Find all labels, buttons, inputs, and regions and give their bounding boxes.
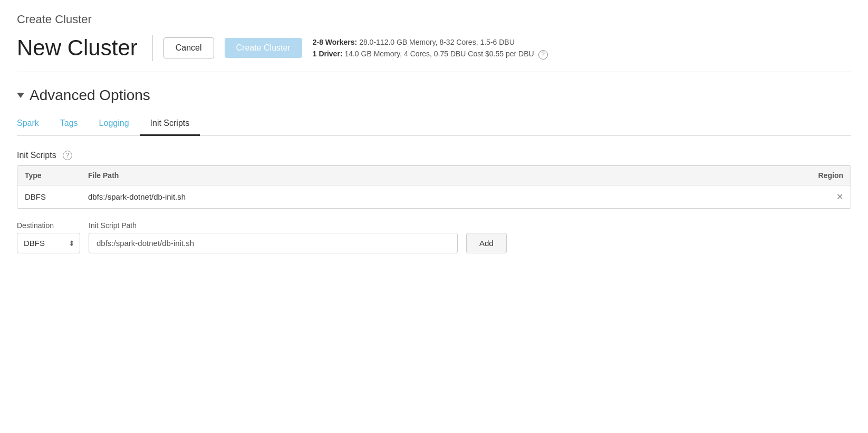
col-type: Type	[17, 166, 81, 185]
init-scripts-help-icon[interactable]: ?	[63, 151, 72, 160]
header-divider	[152, 35, 153, 61]
col-region: Region	[811, 166, 851, 185]
init-scripts-label: Init Scripts ?	[17, 151, 851, 160]
destination-group: Destination DBFS ⬍	[17, 221, 80, 253]
cluster-info: 2-8 Workers: 28.0-112.0 GB Memory, 8-32 …	[313, 36, 548, 60]
path-group: Init Script Path	[89, 221, 458, 253]
add-button[interactable]: Add	[466, 233, 507, 253]
cluster-name: New Cluster	[17, 35, 138, 61]
header-row: New Cluster Cancel Create Cluster 2-8 Wo…	[17, 35, 851, 72]
tabs-row: Spark Tags Logging Init Scripts	[17, 114, 851, 136]
init-scripts-table: Type File Path Region DBFS dbfs:/spark-d…	[17, 166, 851, 208]
page-title: Create Cluster	[17, 13, 851, 26]
tab-logging[interactable]: Logging	[89, 114, 140, 136]
advanced-options-title: Advanced Options	[30, 87, 150, 104]
row-type: DBFS	[17, 185, 81, 209]
tab-tags[interactable]: Tags	[50, 114, 89, 136]
table-row: DBFS dbfs:/spark-dotnet/db-init.sh ✕	[17, 185, 851, 209]
tab-init-scripts[interactable]: Init Scripts	[140, 114, 200, 136]
driver-info: 1 Driver: 14.0 GB Memory, 4 Cores, 0.75 …	[313, 48, 548, 60]
add-script-form: Destination DBFS ⬍ Init Script Path Add	[17, 221, 851, 253]
advanced-options-section: Advanced Options Spark Tags Logging Init…	[17, 87, 851, 253]
delete-icon[interactable]: ✕	[818, 192, 843, 202]
advanced-options-header[interactable]: Advanced Options	[17, 87, 851, 104]
destination-label: Destination	[17, 221, 80, 230]
cancel-button[interactable]: Cancel	[163, 37, 214, 58]
path-input[interactable]	[89, 233, 458, 253]
driver-help-icon[interactable]: ?	[538, 50, 548, 60]
destination-select-wrapper: DBFS ⬍	[17, 233, 80, 253]
create-cluster-button[interactable]: Create Cluster	[225, 38, 302, 58]
col-file-path: File Path	[81, 166, 811, 185]
workers-info: 2-8 Workers: 28.0-112.0 GB Memory, 8-32 …	[313, 36, 548, 48]
tab-spark[interactable]: Spark	[17, 114, 50, 136]
path-label: Init Script Path	[89, 221, 458, 230]
row-file-path: dbfs:/spark-dotnet/db-init.sh	[81, 185, 811, 209]
collapse-icon	[17, 93, 24, 98]
init-scripts-table-container: Type File Path Region DBFS dbfs:/spark-d…	[17, 165, 851, 209]
table-header-row: Type File Path Region	[17, 166, 851, 185]
destination-select[interactable]: DBFS	[17, 233, 80, 253]
row-delete[interactable]: ✕	[811, 185, 851, 209]
init-scripts-content: Init Scripts ? Type File Path Region	[17, 151, 851, 253]
